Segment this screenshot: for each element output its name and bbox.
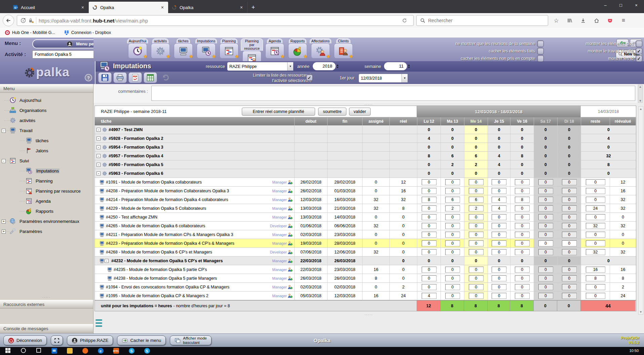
hours-input[interactable]: 2 bbox=[445, 205, 460, 211]
hours-input[interactable]: 0 bbox=[492, 179, 506, 185]
site-identity-icon[interactable] bbox=[21, 18, 26, 23]
hours-input[interactable]: 2 bbox=[469, 205, 484, 211]
checkbox[interactable] bbox=[537, 55, 544, 62]
column-header-r-valu-[interactable]: réévalué bbox=[610, 117, 636, 125]
app-tab-button[interactable]: ★ bbox=[311, 43, 330, 58]
table-row[interactable]: -#5954 - Formation Opalka 300000000 bbox=[95, 143, 636, 152]
url-bar[interactable]: https://opalka-vabf.front.hub-t.net/view… bbox=[17, 15, 414, 26]
reste-input[interactable]: 16 bbox=[586, 267, 605, 273]
sidebar-item-planning[interactable]: ····Planning bbox=[0, 176, 93, 186]
folder-icon[interactable] bbox=[62, 347, 77, 355]
external-shortcuts-header[interactable]: Raccourcis externes bbox=[0, 300, 93, 309]
hours-input[interactable]: 0 bbox=[538, 205, 553, 211]
hours-input[interactable]: 0 bbox=[469, 188, 484, 194]
app-tab-button[interactable]: ★ bbox=[288, 43, 307, 58]
hours-input[interactable]: 0 bbox=[422, 267, 437, 273]
toggle-mode-button[interactable]: Afficher modebasculant bbox=[170, 336, 212, 345]
table-row[interactable]: #1091 - Module de formation Opalka colla… bbox=[95, 178, 636, 187]
bookmark-item[interactable]: Hub One - Mobilité G... bbox=[5, 30, 55, 35]
expander-toggle[interactable]: - bbox=[97, 163, 101, 167]
bookmark-item[interactable]: Connexion - Dropbox bbox=[64, 30, 111, 35]
app-tab-button[interactable]: ★ bbox=[197, 43, 216, 58]
fullscreen-button[interactable] bbox=[51, 336, 63, 345]
splitter-handle[interactable]: ····· bbox=[0, 296, 93, 299]
hours-input[interactable]: 0 bbox=[538, 267, 553, 273]
current-user-button[interactable]: Philippe.RAZE bbox=[67, 336, 113, 345]
sidebar-item-travail[interactable]: -····Travail bbox=[0, 126, 93, 136]
hours-input[interactable]: 0 bbox=[515, 188, 530, 194]
hours-input[interactable]: 0 bbox=[445, 275, 460, 281]
role-assign-link[interactable]: Manager bbox=[272, 197, 294, 202]
hours-input[interactable]: 0 bbox=[562, 275, 577, 281]
window-minimize-button[interactable]: – bbox=[598, 0, 613, 10]
hours-input[interactable]: 0 bbox=[562, 249, 577, 255]
sidebar-item-agenda[interactable]: ····Agenda bbox=[0, 196, 93, 206]
hours-input[interactable]: 0 bbox=[538, 214, 553, 220]
column-header-Je-15[interactable]: Je 15 bbox=[488, 117, 510, 125]
table-row[interactable]: -#5957 - Formation Opalka 4866480032 bbox=[95, 152, 636, 160]
sidebar-item-aujourd-hui[interactable]: ····Aujourd'hui bbox=[0, 95, 93, 106]
hours-input[interactable]: 0 bbox=[562, 179, 577, 185]
undo-button[interactable] bbox=[159, 72, 172, 83]
role-assign-link[interactable]: Manager bbox=[272, 284, 294, 290]
sidebar-item-rapports[interactable]: ····Rapports bbox=[0, 206, 93, 216]
hours-input[interactable]: 0 bbox=[492, 240, 506, 246]
column-header-Sa-17[interactable]: Sa 17 bbox=[534, 117, 558, 125]
insecure-lock-icon[interactable] bbox=[28, 18, 34, 23]
hours-input[interactable]: 0 bbox=[515, 223, 530, 229]
table-row[interactable]: -#5963 - Formation Opalka 600000000 bbox=[95, 169, 636, 178]
hours-input[interactable]: 0 bbox=[445, 284, 460, 290]
expander-toggle[interactable]: - bbox=[97, 136, 101, 141]
reste-input[interactable]: 0 bbox=[586, 232, 605, 238]
expander-toggle[interactable]: - bbox=[97, 171, 101, 175]
hours-input[interactable]: 0 bbox=[492, 267, 506, 273]
save-button[interactable] bbox=[98, 72, 112, 83]
hours-input[interactable]: 0 bbox=[445, 293, 460, 299]
hours-input[interactable]: 0 bbox=[562, 188, 577, 194]
hide-menu-button[interactable]: Cacher le menu bbox=[117, 336, 166, 345]
hours-input[interactable]: 0 bbox=[562, 232, 577, 238]
hours-input[interactable]: 0 bbox=[492, 232, 506, 238]
hours-input[interactable]: 0 bbox=[445, 188, 460, 194]
menu-section-header[interactable]: Menu bbox=[0, 84, 93, 93]
hours-input[interactable]: 0 bbox=[422, 188, 437, 194]
hours-input[interactable]: 0 bbox=[515, 205, 530, 211]
hours-input[interactable]: 0 bbox=[422, 179, 437, 185]
pocket-icon[interactable] bbox=[605, 15, 615, 26]
hours-input[interactable]: 0 bbox=[515, 284, 530, 290]
reste-input[interactable]: 0 bbox=[586, 197, 605, 203]
submit-button[interactable]: soumettre bbox=[318, 108, 346, 116]
role-assign-link[interactable]: Manager bbox=[272, 276, 294, 281]
hours-input[interactable]: 0 bbox=[469, 214, 484, 220]
sidebar-item-activit-s[interactable]: ····activités bbox=[0, 116, 93, 126]
comments-input[interactable] bbox=[151, 86, 635, 101]
mail-icon[interactable]: ✉ bbox=[46, 347, 62, 355]
skype-icon[interactable]: S bbox=[124, 347, 139, 355]
app-tab-button[interactable]: ★ bbox=[174, 43, 193, 58]
firefox-icon[interactable] bbox=[77, 347, 93, 355]
mitel-icon[interactable]: MITEL bbox=[108, 347, 124, 355]
search-input[interactable]: Rechercher bbox=[416, 15, 548, 26]
comments-scrollbar[interactable]: ▲▼ bbox=[638, 85, 643, 103]
app-tab-button[interactable]: ★ bbox=[151, 43, 170, 58]
hours-input[interactable]: 0 bbox=[445, 179, 460, 185]
hours-input[interactable]: 0 bbox=[469, 223, 484, 229]
hours-input[interactable]: 0 bbox=[469, 240, 484, 246]
activity-select[interactable]: Formation Opalka 5 ▼ bbox=[32, 50, 104, 58]
hours-input[interactable]: 0 bbox=[562, 240, 577, 246]
tab-close-icon[interactable]: × bbox=[80, 5, 85, 10]
hours-input[interactable]: 0 bbox=[422, 284, 437, 290]
reste-input[interactable]: 0 bbox=[586, 214, 605, 220]
hours-input[interactable]: 0 bbox=[422, 232, 437, 238]
vertical-scrollbar[interactable]: ▲▼ bbox=[638, 106, 643, 315]
first-day-select[interactable]: 12/03/2018 ▼ bbox=[359, 74, 408, 82]
hours-input[interactable]: 0 bbox=[538, 240, 553, 246]
app-tab-button[interactable]: ★ bbox=[220, 43, 238, 58]
hours-input[interactable]: 0 bbox=[515, 267, 530, 273]
sidebar-item-param-tres[interactable]: +····Paramètres bbox=[0, 227, 93, 237]
sidebar-item-param-tres-environnementaux[interactable]: +····Paramètres environnementaux bbox=[0, 216, 93, 227]
hours-input[interactable]: 0 bbox=[562, 223, 577, 229]
table-row[interactable]: -#4232 - Module de formation Opalka 5 CP… bbox=[95, 257, 636, 265]
export-excel-button[interactable] bbox=[144, 72, 157, 83]
table-row[interactable]: #4208 - Préparation Module de formation … bbox=[95, 187, 636, 195]
